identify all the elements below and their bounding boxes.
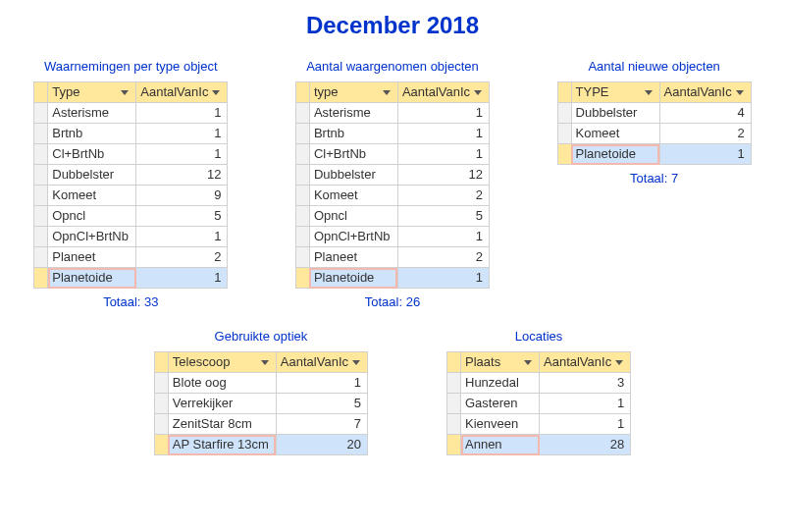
row-selector[interactable] — [34, 124, 48, 144]
cell[interactable]: 2 — [659, 124, 751, 144]
col-type[interactable]: TYPE — [571, 82, 659, 103]
cell[interactable]: 1 — [397, 103, 489, 124]
cell[interactable]: Cl+BrtNb — [48, 144, 136, 165]
row-selector[interactable] — [34, 165, 48, 186]
cell[interactable]: Komeet — [48, 186, 136, 206]
cell[interactable]: 1 — [540, 394, 631, 414]
row-selector[interactable] — [295, 247, 309, 268]
chevron-down-icon[interactable] — [474, 90, 482, 95]
cell-selected[interactable]: AP Starfire 13cm — [168, 435, 276, 455]
row-selector[interactable] — [154, 394, 168, 414]
cell[interactable]: 1 — [276, 373, 367, 394]
cell[interactable]: Planeet — [48, 247, 136, 268]
cell[interactable]: 5 — [276, 394, 367, 414]
cell[interactable]: 9 — [136, 186, 228, 206]
row-selector[interactable] — [154, 373, 168, 394]
cell[interactable]: Dubbelster — [309, 165, 397, 186]
cell[interactable]: 3 — [540, 373, 631, 394]
col-place[interactable]: Plaats — [461, 352, 540, 373]
col-telescope[interactable]: Telescoop — [168, 352, 276, 373]
cell[interactable]: Gasteren — [461, 394, 540, 414]
select-all-cell[interactable] — [34, 82, 48, 103]
cell[interactable]: 1 — [540, 414, 631, 435]
cell[interactable]: 5 — [397, 206, 489, 227]
row-selector[interactable] — [154, 435, 168, 455]
cell[interactable]: 1 — [136, 268, 228, 289]
cell[interactable]: 7 — [276, 414, 367, 435]
row-selector[interactable] — [447, 373, 461, 394]
cell-selected[interactable]: Planetoide — [309, 268, 397, 289]
cell[interactable]: ZenitStar 8cm — [168, 414, 276, 435]
chevron-down-icon[interactable] — [212, 90, 220, 95]
row-selector[interactable] — [34, 247, 48, 268]
cell[interactable]: OpnCl+BrtNb — [48, 227, 136, 247]
row-selector[interactable] — [34, 227, 48, 247]
row-selector[interactable] — [295, 124, 309, 144]
cell[interactable]: 1 — [136, 124, 228, 144]
cell[interactable]: 2 — [136, 247, 228, 268]
cell[interactable]: 28 — [540, 435, 631, 455]
row-selector[interactable] — [295, 206, 309, 227]
row-selector[interactable] — [295, 227, 309, 247]
select-all-cell[interactable] — [154, 352, 168, 373]
chevron-down-icon[interactable] — [645, 90, 653, 95]
chevron-down-icon[interactable] — [121, 90, 129, 95]
cell[interactable]: 12 — [136, 165, 228, 186]
cell[interactable]: 1 — [397, 144, 489, 165]
col-type[interactable]: Type — [48, 82, 136, 103]
select-all-cell[interactable] — [447, 352, 461, 373]
cell[interactable]: Asterisme — [309, 103, 397, 124]
cell[interactable]: Planeet — [309, 247, 397, 268]
row-selector[interactable] — [295, 268, 309, 289]
row-selector[interactable] — [295, 165, 309, 186]
cell[interactable]: 1 — [397, 124, 489, 144]
cell-selected[interactable]: Planetoide — [571, 144, 659, 165]
col-count[interactable]: AantalVanIc — [276, 352, 367, 373]
select-all-cell[interactable] — [295, 82, 309, 103]
cell[interactable]: Verrekijker — [168, 394, 276, 414]
cell[interactable]: OpnCl+BrtNb — [309, 227, 397, 247]
cell[interactable]: Brtnb — [48, 124, 136, 144]
row-selector[interactable] — [447, 394, 461, 414]
cell[interactable]: 1 — [136, 103, 228, 124]
cell[interactable]: 12 — [397, 165, 489, 186]
grid-objects[interactable]: type AantalVanIc Asterisme1 Brtnb1 Cl+Br… — [295, 81, 490, 289]
cell[interactable]: 1 — [397, 227, 489, 247]
cell[interactable]: 1 — [136, 144, 228, 165]
cell[interactable]: Kienveen — [461, 414, 540, 435]
cell[interactable]: Asterisme — [48, 103, 136, 124]
cell-selected[interactable]: Planetoide — [48, 268, 136, 289]
row-selector[interactable] — [557, 124, 571, 144]
cell[interactable]: 2 — [397, 186, 489, 206]
col-count[interactable]: AantalVanIc — [397, 82, 489, 103]
grid-locations[interactable]: Plaats AantalVanIc Hunzedal3 Gasteren1 K… — [446, 351, 631, 455]
cell[interactable]: Cl+BrtNb — [309, 144, 397, 165]
cell[interactable]: 1 — [397, 268, 489, 289]
chevron-down-icon[interactable] — [736, 90, 744, 95]
col-count[interactable]: AantalVanIc — [540, 352, 631, 373]
row-selector[interactable] — [34, 268, 48, 289]
cell[interactable]: Brtnb — [309, 124, 397, 144]
cell[interactable]: 1 — [659, 144, 751, 165]
cell[interactable]: 2 — [397, 247, 489, 268]
grid-optics[interactable]: Telescoop AantalVanIc Blote oog1 Verreki… — [154, 351, 368, 455]
cell[interactable]: Komeet — [571, 124, 659, 144]
row-selector[interactable] — [295, 144, 309, 165]
cell[interactable]: 1 — [136, 227, 228, 247]
row-selector[interactable] — [34, 186, 48, 206]
cell-selected[interactable]: Annen — [461, 435, 540, 455]
row-selector[interactable] — [34, 144, 48, 165]
row-selector[interactable] — [557, 144, 571, 165]
row-selector[interactable] — [154, 414, 168, 435]
col-type[interactable]: type — [309, 82, 397, 103]
row-selector[interactable] — [295, 103, 309, 124]
chevron-down-icon[interactable] — [261, 360, 269, 365]
row-selector[interactable] — [557, 103, 571, 124]
grid-new-objects[interactable]: TYPE AantalVanIc Dubbelster4 Komeet2 Pla… — [557, 81, 752, 165]
cell[interactable]: Dubbelster — [48, 165, 136, 186]
row-selector[interactable] — [34, 103, 48, 124]
cell[interactable]: 20 — [276, 435, 367, 455]
row-selector[interactable] — [447, 435, 461, 455]
select-all-cell[interactable] — [557, 82, 571, 103]
cell[interactable]: 4 — [659, 103, 751, 124]
